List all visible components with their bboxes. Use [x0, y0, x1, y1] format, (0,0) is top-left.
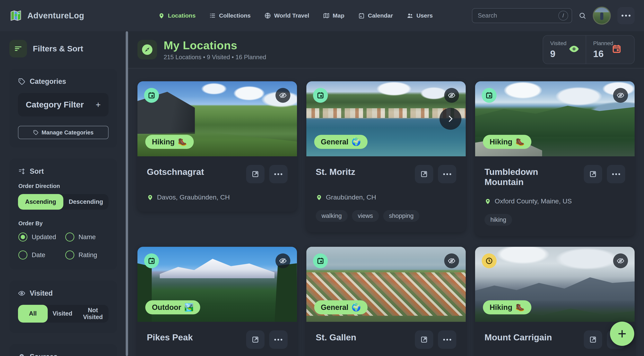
card-menu-button[interactable]: [607, 165, 625, 183]
location-photo: General 🌍: [306, 81, 466, 156]
visited-toggle: All Visited Not Visited: [18, 305, 108, 323]
external-link-icon: [420, 170, 428, 178]
sort-title: Sort: [30, 167, 44, 175]
eye-icon: [18, 290, 26, 297]
search-input[interactable]: [478, 12, 552, 19]
search-box[interactable]: /: [472, 8, 572, 23]
eye-off-icon: [276, 253, 290, 268]
search-button[interactable]: [579, 12, 586, 19]
hiking-boot-emoji-icon: 🥾: [178, 138, 187, 146]
national-park-emoji-icon: 🏞️: [184, 303, 194, 312]
card-menu-button[interactable]: [269, 165, 288, 183]
eye-off-icon: [444, 253, 459, 268]
globe-icon: [264, 12, 271, 19]
open-location-button[interactable]: [415, 165, 433, 183]
radio-circle-icon: [18, 251, 27, 260]
card-body: St. Gallen Wahlkreis St. Gallen, St. Gal…: [306, 322, 466, 356]
open-location-button[interactable]: [584, 331, 602, 349]
radio-label: Name: [78, 233, 96, 241]
hiking-boot-emoji-icon: 🥾: [515, 303, 524, 312]
tag-list: hiking: [484, 214, 625, 226]
visited-visited-option[interactable]: Visited: [48, 305, 78, 323]
globe-emoji-icon: 🌍: [352, 303, 361, 312]
category-filter-collapse[interactable]: Category Filter +: [18, 93, 108, 116]
location-card-st-moritz[interactable]: General 🌍 St. Moritz: [306, 81, 466, 232]
categories-heading: Categories: [18, 77, 108, 86]
location-card-st-gallen[interactable]: General 🌍 St. Gallen: [306, 247, 466, 356]
category-label: Hiking: [152, 138, 174, 146]
category-label: Outdoor: [152, 303, 181, 312]
add-location-fab[interactable]: +: [610, 322, 634, 346]
nav-label: Locations: [168, 12, 196, 19]
radio-updated[interactable]: Updated: [18, 233, 62, 242]
card-menu-button[interactable]: [269, 331, 288, 349]
radio-date[interactable]: Date: [18, 251, 62, 260]
filters-sidebar: Filters & Sort Categories Category Filte…: [0, 31, 126, 356]
ellipsis-icon: [274, 173, 282, 175]
radio-name[interactable]: Name: [65, 233, 108, 242]
ascending-option[interactable]: Ascending: [18, 194, 63, 210]
eye-off-icon: [444, 88, 459, 103]
sidebar-title: Filters & Sort: [33, 44, 83, 53]
open-location-button[interactable]: [415, 331, 433, 349]
nav-item-calendar[interactable]: Calendar: [353, 8, 398, 23]
calendar-status-badge-icon: [313, 253, 328, 268]
eye-icon: [569, 44, 579, 55]
card-body: St. Moritz Graubünden, CH walking: [306, 156, 466, 232]
tag-chip: views: [352, 210, 379, 222]
brand[interactable]: AdventureLog: [10, 9, 119, 22]
descending-option[interactable]: Descending: [63, 194, 109, 210]
location-region: Graubünden, CH: [316, 193, 456, 201]
search-shortcut-badge: /: [558, 11, 568, 20]
nav-label: Map: [333, 12, 344, 19]
location-region-text: Davos, Graubünden, CH: [157, 193, 230, 201]
tag-list: walking views shopping: [316, 210, 456, 222]
clock-status-badge-icon: [482, 253, 496, 268]
location-card-pikes-peak[interactable]: Outdoor 🏞️ Pikes Peak: [138, 247, 297, 356]
radio-circle-icon: [65, 233, 74, 242]
card-menu-button[interactable]: [438, 331, 456, 349]
ellipsis-icon: [274, 339, 282, 341]
radio-rating[interactable]: Rating: [65, 251, 108, 260]
radio-circle-icon: [18, 233, 27, 242]
navbar: AdventureLog Locations Collections World…: [0, 0, 644, 31]
visited-heading: Visited: [18, 289, 108, 297]
page-header: My Locations 215 Locations • 9 Visited •…: [128, 31, 644, 68]
location-photo: Hiking 🥾: [475, 81, 634, 156]
map-pin-icon: [484, 198, 491, 205]
tag-chip: hiking: [484, 214, 512, 226]
location-title: St. Gallen: [316, 331, 356, 343]
sidebar-header: Filters & Sort: [10, 40, 117, 57]
manage-categories-button[interactable]: Manage Categories: [18, 126, 108, 139]
next-photo-button[interactable]: [440, 108, 462, 130]
visited-not-visited-option[interactable]: Not Visited: [77, 305, 108, 323]
overflow-menu-button[interactable]: [618, 7, 634, 24]
app-logo-map-icon: [10, 9, 22, 22]
calendar-icon: [358, 12, 365, 19]
location-card-tumbledown-mountain[interactable]: Hiking 🥾 Tumbledown Mountain: [475, 81, 634, 236]
visited-title: Visited: [30, 289, 52, 297]
location-card-gotschnagrat[interactable]: Hiking 🥾 Gotschnagrat: [138, 81, 297, 212]
open-location-button[interactable]: [246, 165, 264, 183]
nav-item-locations[interactable]: Locations: [153, 8, 201, 23]
categories-title: Categories: [30, 77, 66, 86]
search-icon: [579, 12, 586, 19]
open-location-button[interactable]: [246, 331, 264, 349]
visited-all-option[interactable]: All: [18, 305, 48, 323]
nav-item-map[interactable]: Map: [318, 8, 350, 23]
app-shell: Filters & Sort Categories Category Filte…: [0, 31, 644, 356]
sources-section: Sources Include Collection Locations: [10, 344, 117, 356]
category-badge: Outdoor 🏞️: [145, 300, 200, 314]
filter-icon-tile: [10, 40, 27, 57]
user-avatar[interactable]: [593, 7, 611, 25]
nav-item-collections[interactable]: Collections: [204, 8, 256, 23]
nav-item-users[interactable]: Users: [402, 8, 438, 23]
nav-item-world-travel[interactable]: World Travel: [259, 8, 314, 23]
main-content: My Locations 215 Locations • 9 Visited •…: [128, 31, 644, 356]
sidebar-scrollbar[interactable]: [126, 31, 128, 356]
location-card-mount-carrigain[interactable]: Hiking 🥾 Mount Carrigain: [475, 247, 634, 356]
open-location-button[interactable]: [584, 165, 602, 183]
order-by-options: Updated Name Date Rating: [18, 231, 108, 261]
card-menu-button[interactable]: [438, 165, 456, 183]
calendar-status-badge-icon: [482, 88, 496, 103]
